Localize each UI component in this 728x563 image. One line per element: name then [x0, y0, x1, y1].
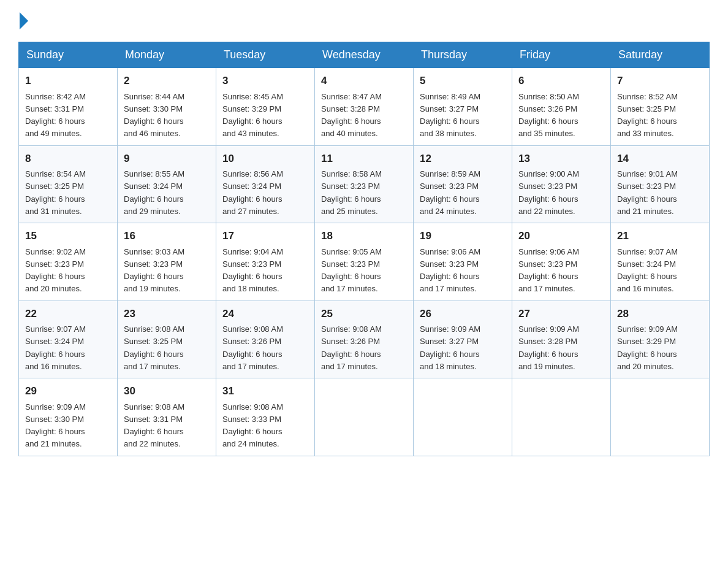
day-info: Sunrise: 9:08 AMSunset: 3:26 PMDaylight:…	[222, 324, 283, 371]
calendar-cell: 8 Sunrise: 8:54 AMSunset: 3:25 PMDayligh…	[19, 145, 118, 223]
col-header-monday: Monday	[118, 42, 216, 68]
day-info: Sunrise: 9:07 AMSunset: 3:24 PMDaylight:…	[25, 324, 86, 371]
logo-triangle-icon	[20, 12, 28, 29]
page-header	[18, 12, 710, 29]
calendar-cell: 30 Sunrise: 9:08 AMSunset: 3:31 PMDaylig…	[118, 378, 216, 456]
day-info: Sunrise: 9:02 AMSunset: 3:23 PMDaylight:…	[25, 247, 86, 294]
day-number: 6	[518, 73, 604, 89]
day-info: Sunrise: 8:42 AMSunset: 3:31 PMDaylight:…	[25, 92, 86, 139]
calendar-cell: 15 Sunrise: 9:02 AMSunset: 3:23 PMDaylig…	[19, 223, 118, 301]
day-number: 14	[617, 151, 703, 167]
calendar-cell: 13 Sunrise: 9:00 AMSunset: 3:23 PMDaylig…	[512, 145, 611, 223]
col-header-tuesday: Tuesday	[216, 42, 315, 68]
calendar-cell: 1 Sunrise: 8:42 AMSunset: 3:31 PMDayligh…	[19, 68, 118, 146]
calendar-cell: 5 Sunrise: 8:49 AMSunset: 3:27 PMDayligh…	[414, 68, 512, 146]
calendar-cell	[414, 378, 512, 456]
day-info: Sunrise: 9:06 AMSunset: 3:23 PMDaylight:…	[420, 247, 480, 294]
day-info: Sunrise: 9:09 AMSunset: 3:28 PMDaylight:…	[518, 324, 579, 371]
calendar-table: SundayMondayTuesdayWednesdayThursdayFrid…	[18, 42, 710, 456]
day-info: Sunrise: 9:09 AMSunset: 3:29 PMDaylight:…	[617, 324, 678, 371]
day-number: 8	[25, 151, 111, 167]
calendar-cell: 28 Sunrise: 9:09 AMSunset: 3:29 PMDaylig…	[611, 301, 710, 378]
day-info: Sunrise: 8:52 AMSunset: 3:25 PMDaylight:…	[617, 92, 678, 139]
calendar-cell: 25 Sunrise: 9:08 AMSunset: 3:26 PMDaylig…	[315, 301, 414, 378]
day-number: 22	[25, 306, 111, 322]
day-info: Sunrise: 8:44 AMSunset: 3:30 PMDaylight:…	[124, 92, 184, 139]
calendar-cell	[512, 378, 611, 456]
calendar-week-row: 22 Sunrise: 9:07 AMSunset: 3:24 PMDaylig…	[19, 301, 710, 378]
day-number: 11	[321, 151, 407, 167]
calendar-cell: 4 Sunrise: 8:47 AMSunset: 3:28 PMDayligh…	[315, 68, 414, 146]
calendar-cell: 14 Sunrise: 9:01 AMSunset: 3:23 PMDaylig…	[611, 145, 710, 223]
day-number: 2	[124, 73, 210, 89]
calendar-cell: 24 Sunrise: 9:08 AMSunset: 3:26 PMDaylig…	[216, 301, 315, 378]
day-info: Sunrise: 9:08 AMSunset: 3:31 PMDaylight:…	[124, 402, 184, 449]
calendar-cell: 19 Sunrise: 9:06 AMSunset: 3:23 PMDaylig…	[414, 223, 512, 301]
calendar-cell: 9 Sunrise: 8:55 AMSunset: 3:24 PMDayligh…	[118, 145, 216, 223]
calendar-cell: 27 Sunrise: 9:09 AMSunset: 3:28 PMDaylig…	[512, 301, 611, 378]
day-info: Sunrise: 8:55 AMSunset: 3:24 PMDaylight:…	[124, 169, 184, 216]
calendar-week-row: 29 Sunrise: 9:09 AMSunset: 3:30 PMDaylig…	[19, 378, 710, 456]
calendar-cell: 3 Sunrise: 8:45 AMSunset: 3:29 PMDayligh…	[216, 68, 315, 146]
day-info: Sunrise: 8:59 AMSunset: 3:23 PMDaylight:…	[420, 169, 480, 216]
calendar-cell: 12 Sunrise: 8:59 AMSunset: 3:23 PMDaylig…	[414, 145, 512, 223]
day-number: 26	[420, 306, 506, 322]
calendar-cell: 26 Sunrise: 9:09 AMSunset: 3:27 PMDaylig…	[414, 301, 512, 378]
day-info: Sunrise: 9:04 AMSunset: 3:23 PMDaylight:…	[222, 247, 283, 294]
day-info: Sunrise: 8:58 AMSunset: 3:23 PMDaylight:…	[321, 169, 382, 216]
calendar-cell: 29 Sunrise: 9:09 AMSunset: 3:30 PMDaylig…	[19, 378, 118, 456]
col-header-wednesday: Wednesday	[315, 42, 414, 68]
calendar-header-row: SundayMondayTuesdayWednesdayThursdayFrid…	[19, 42, 710, 68]
day-info: Sunrise: 9:09 AMSunset: 3:30 PMDaylight:…	[25, 402, 86, 449]
day-info: Sunrise: 9:00 AMSunset: 3:23 PMDaylight:…	[518, 169, 579, 216]
col-header-thursday: Thursday	[414, 42, 512, 68]
day-number: 18	[321, 228, 407, 244]
day-number: 13	[518, 151, 604, 167]
logo-blue-part	[18, 12, 28, 29]
day-info: Sunrise: 9:07 AMSunset: 3:24 PMDaylight:…	[617, 247, 678, 294]
day-number: 5	[420, 73, 506, 89]
calendar-cell: 7 Sunrise: 8:52 AMSunset: 3:25 PMDayligh…	[611, 68, 710, 146]
day-number: 24	[222, 306, 308, 322]
day-number: 16	[124, 228, 210, 244]
day-info: Sunrise: 9:01 AMSunset: 3:23 PMDaylight:…	[617, 169, 678, 216]
calendar-cell	[611, 378, 710, 456]
day-number: 7	[617, 73, 703, 89]
calendar-cell: 17 Sunrise: 9:04 AMSunset: 3:23 PMDaylig…	[216, 223, 315, 301]
col-header-saturday: Saturday	[611, 42, 710, 68]
calendar-cell: 31 Sunrise: 9:08 AMSunset: 3:33 PMDaylig…	[216, 378, 315, 456]
day-info: Sunrise: 9:03 AMSunset: 3:23 PMDaylight:…	[124, 247, 184, 294]
day-number: 21	[617, 228, 703, 244]
day-info: Sunrise: 8:49 AMSunset: 3:27 PMDaylight:…	[420, 92, 480, 139]
day-number: 4	[321, 73, 407, 89]
day-number: 28	[617, 306, 703, 322]
day-number: 9	[124, 151, 210, 167]
day-info: Sunrise: 8:56 AMSunset: 3:24 PMDaylight:…	[222, 169, 283, 216]
day-info: Sunrise: 8:45 AMSunset: 3:29 PMDaylight:…	[222, 92, 283, 139]
day-number: 12	[420, 151, 506, 167]
calendar-cell: 10 Sunrise: 8:56 AMSunset: 3:24 PMDaylig…	[216, 145, 315, 223]
day-info: Sunrise: 8:47 AMSunset: 3:28 PMDaylight:…	[321, 92, 382, 139]
calendar-cell: 22 Sunrise: 9:07 AMSunset: 3:24 PMDaylig…	[19, 301, 118, 378]
calendar-cell: 11 Sunrise: 8:58 AMSunset: 3:23 PMDaylig…	[315, 145, 414, 223]
day-info: Sunrise: 9:05 AMSunset: 3:23 PMDaylight:…	[321, 247, 382, 294]
day-number: 10	[222, 151, 308, 167]
day-number: 19	[420, 228, 506, 244]
col-header-sunday: Sunday	[19, 42, 118, 68]
day-number: 25	[321, 306, 407, 322]
calendar-cell: 23 Sunrise: 9:08 AMSunset: 3:25 PMDaylig…	[118, 301, 216, 378]
day-info: Sunrise: 9:08 AMSunset: 3:33 PMDaylight:…	[222, 402, 283, 449]
day-number: 31	[222, 383, 308, 399]
day-number: 20	[518, 228, 604, 244]
logo	[18, 12, 28, 29]
day-info: Sunrise: 9:08 AMSunset: 3:25 PMDaylight:…	[124, 324, 184, 371]
calendar-week-row: 1 Sunrise: 8:42 AMSunset: 3:31 PMDayligh…	[19, 68, 710, 146]
day-info: Sunrise: 8:54 AMSunset: 3:25 PMDaylight:…	[25, 169, 86, 216]
day-info: Sunrise: 9:08 AMSunset: 3:26 PMDaylight:…	[321, 324, 382, 371]
day-number: 30	[124, 383, 210, 399]
day-number: 15	[25, 228, 111, 244]
calendar-week-row: 15 Sunrise: 9:02 AMSunset: 3:23 PMDaylig…	[19, 223, 710, 301]
calendar-cell: 6 Sunrise: 8:50 AMSunset: 3:26 PMDayligh…	[512, 68, 611, 146]
calendar-cell: 21 Sunrise: 9:07 AMSunset: 3:24 PMDaylig…	[611, 223, 710, 301]
day-number: 1	[25, 73, 111, 89]
